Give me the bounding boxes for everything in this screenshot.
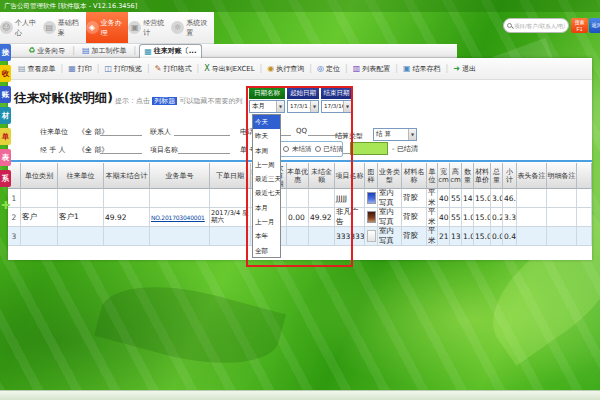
search-input[interactable]: [514, 23, 565, 29]
cell-项目名称: JJJJJ: [335, 189, 365, 208]
thumbnail-icon[interactable]: [367, 192, 376, 204]
unsettled-radio[interactable]: [283, 146, 289, 152]
sidebar-tab-单[interactable]: 单: [0, 128, 11, 145]
tab-业务向导[interactable]: ♻业务向导: [24, 44, 69, 57]
settled-radio[interactable]: [315, 146, 321, 152]
toolbar-button-打印预览[interactable]: ◫打印预览: [101, 64, 147, 74]
cell-总量: 0.03: [491, 227, 503, 246]
chevron-down-icon[interactable]: ▼: [408, 129, 416, 140]
table-row[interactable]: 1JJJJJ室内写真背胶平米40.0055.0014.0015.003.0846…: [8, 189, 592, 208]
thumbnail-icon[interactable]: [367, 211, 376, 223]
date-option-昨天[interactable]: 昨天: [253, 129, 280, 143]
column-header-业务单号[interactable]: 业务单号: [150, 163, 210, 189]
nav-item-基础档案[interactable]: ▤基础档案: [43, 12, 86, 43]
tab-加工制作单[interactable]: ▤加工制作单: [78, 44, 131, 57]
cell-filler: [577, 227, 592, 246]
nav-item-label: 系统设置: [186, 18, 214, 38]
column-header-明细备注[interactable]: 明细备注: [547, 163, 577, 189]
column-header-项目名称[interactable]: 项目名称: [335, 163, 365, 189]
tab-label: 业务向导: [37, 46, 65, 56]
column-header-业务类型[interactable]: 业务类型: [378, 163, 402, 189]
date-options-dropdown: 今天昨天本周上一周最近三天最近七天本月上一月本年全部: [252, 114, 281, 258]
sidebar-tab-接[interactable]: 接: [0, 44, 11, 61]
agent-input[interactable]: [100, 145, 142, 154]
archive-icon: ▤: [43, 21, 56, 34]
sidebar-tab-✚[interactable]: ✚: [0, 197, 11, 214]
project-input[interactable]: [178, 145, 230, 154]
column-header-小计[interactable]: 小计: [503, 163, 517, 189]
toolbar-button-打印[interactable]: ▦打印: [64, 64, 96, 74]
cell-单位: 平米: [427, 208, 438, 227]
date-option-上一月[interactable]: 上一月: [253, 215, 280, 229]
cell-明细备注: [547, 227, 577, 246]
sidebar-tab-系[interactable]: 系: [0, 170, 11, 187]
nav-item-业务办理[interactable]: ◈业务办理: [86, 12, 129, 43]
date-name-combobox[interactable]: 本月 ▼: [249, 100, 285, 113]
settle-status-radios: 未结清 已结清: [279, 141, 343, 157]
date-option-上一周[interactable]: 上一周: [253, 158, 280, 172]
sidebar-tab-账[interactable]: 账: [0, 86, 11, 103]
end-date-combobox[interactable]: 17/3/16 星期四 ▼: [321, 100, 352, 113]
date-option-最近七天[interactable]: 最近七天: [253, 186, 280, 200]
toolbar-button-定位[interactable]: ◎定位: [313, 64, 344, 74]
date-option-本月[interactable]: 本月: [253, 201, 280, 215]
column-header-往来单位[interactable]: 往来单位: [58, 163, 104, 189]
cell-本单优惠: [287, 189, 309, 208]
column-header-filler: [577, 163, 592, 189]
column-header-数量[interactable]: 数量: [462, 163, 474, 189]
date-option-今天[interactable]: 今天: [253, 115, 280, 129]
back-button[interactable]: 返回: [589, 18, 600, 33]
settle-type-combobox[interactable]: 结 算 ▼: [373, 128, 417, 141]
toolbar-button-导出到EXCEL[interactable]: X导出到EXCEL: [200, 64, 258, 74]
toolbar-button-结果存档[interactable]: ▣结果存档: [399, 64, 445, 74]
sidebar-tab-材[interactable]: 材: [0, 107, 11, 124]
column-header-单位类别[interactable]: 单位类别: [21, 163, 58, 189]
column-header-下单日期[interactable]: 下单日期: [210, 163, 251, 189]
toolbar-button-列表配置[interactable]: ▥列表配置: [349, 64, 395, 74]
nav-item-个人中心[interactable]: ☺个人中心: [0, 12, 43, 43]
column-header-高(cm)[interactable]: 高(cm): [450, 163, 462, 189]
table-row[interactable]: 33333333333室内写真背胶平米21.2013.201.0015.000.…: [8, 227, 592, 246]
start-date-combobox[interactable]: 17/3/1 星期三 ▼: [287, 100, 319, 113]
date-name-value: 本月: [250, 102, 276, 111]
hint-column-header-link[interactable]: 列标题: [152, 97, 177, 105]
toolbar-button-执行查询[interactable]: ◉执行查询: [263, 64, 308, 74]
chevron-down-icon[interactable]: ▼: [276, 101, 284, 112]
column-header-图样[interactable]: 图样: [365, 163, 378, 189]
cell-未结金额: 49.92: [309, 208, 335, 227]
thumbnail-icon[interactable]: [367, 230, 376, 242]
sidebar-tab-收[interactable]: 收: [0, 65, 11, 82]
column-header-本单优惠[interactable]: 本单优惠: [287, 163, 309, 189]
unsettled-label: 未结清: [292, 145, 312, 154]
cell-业务单号[interactable]: NO.201703040001: [150, 208, 210, 227]
nav-item-系统设置[interactable]: ☼系统设置: [171, 12, 214, 43]
date-option-本年[interactable]: 本年: [253, 229, 280, 243]
nav-item-经营统计[interactable]: ▣经营统计: [128, 12, 171, 43]
toolbar-button-label: 列表配置: [362, 64, 390, 74]
tab-往来对账〔...[interactable]: ▦往来对账〔...: [139, 44, 202, 58]
date-option-最近三天[interactable]: 最近三天: [253, 172, 280, 186]
column-header-本期未结合计[interactable]: 本期未结合计: [104, 163, 150, 189]
toolbar-button-打印格式[interactable]: ✎打印格式: [151, 64, 196, 74]
sidebar-tab-表[interactable]: 表: [0, 149, 11, 166]
contact-input[interactable]: [174, 127, 230, 136]
toolbar-button-退出[interactable]: ➜退出: [449, 64, 480, 74]
column-header-表头备注[interactable]: 表头备注: [517, 163, 547, 189]
chevron-down-icon[interactable]: ▼: [343, 101, 351, 112]
column-header-宽(cm)[interactable]: 宽(cm): [438, 163, 450, 189]
cell-filler: [577, 208, 592, 227]
unit-input[interactable]: [100, 127, 142, 136]
column-header-总量[interactable]: 总量: [491, 163, 503, 189]
table-row[interactable]: 2客户客户149.92NO.2017030400012017/3/4 星期六00…: [8, 208, 592, 227]
settings-icon: ☼: [171, 21, 184, 34]
column-header-材料名称[interactable]: 材料名称: [402, 163, 427, 189]
chevron-down-icon[interactable]: ▼: [310, 101, 318, 112]
date-option-本周[interactable]: 本周: [253, 144, 280, 158]
toolbar-button-查看原单[interactable]: ▤查看原单: [14, 64, 60, 74]
column-header-材料单价[interactable]: 材料单价: [474, 163, 491, 189]
date-option-全部[interactable]: 全部: [253, 244, 280, 258]
column-header-未结金额[interactable]: 未结金额: [309, 163, 335, 189]
search-button[interactable]: 搜索 F1: [571, 18, 588, 33]
column-header-单位[interactable]: 单位: [427, 163, 438, 189]
cell-宽(cm): 21.20: [438, 227, 450, 246]
